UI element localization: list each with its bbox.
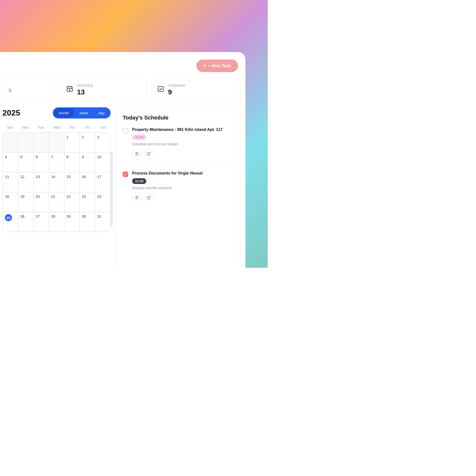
cal-cell[interactable]: 12 bbox=[18, 172, 33, 192]
new-task-button[interactable]: + + New Task bbox=[196, 60, 238, 72]
upcoming-info: Upcoming 13 bbox=[77, 83, 93, 96]
task-2-title: Process Documents for Virgie Hessel bbox=[132, 171, 231, 176]
cal-cell[interactable] bbox=[49, 133, 64, 152]
cal-cell[interactable]: 17 bbox=[95, 172, 110, 192]
cal-cell[interactable]: 15 bbox=[64, 172, 80, 192]
view-month-button[interactable]: month bbox=[54, 108, 74, 118]
cal-cell[interactable]: 5 bbox=[18, 152, 33, 172]
cal-cell[interactable]: 28 bbox=[49, 212, 64, 232]
cal-cell-today[interactable]: 25 bbox=[3, 212, 18, 232]
calendar-day-headers: Sun Mon Tue Wed Thu Fri Sat bbox=[2, 123, 111, 131]
task-2-description: Process and file contracts bbox=[132, 186, 231, 190]
completed-value: 9 bbox=[168, 88, 185, 96]
cal-cell[interactable]: 1 bbox=[64, 133, 80, 152]
new-task-label: + New Task bbox=[208, 63, 231, 68]
task-2-content: Process Documents for Virgie Hessel 11:3… bbox=[132, 171, 231, 202]
calendar-header: 2025 month week day bbox=[2, 107, 111, 119]
day-header-mon: Mon bbox=[18, 123, 33, 131]
cal-cell[interactable]: 21 bbox=[49, 192, 64, 212]
day-header-sun: Sun bbox=[2, 123, 18, 131]
schedule-section: Today's Schedule Property Maintenance - … bbox=[116, 107, 238, 268]
view-day-button[interactable]: day bbox=[94, 108, 110, 118]
task-1-content: Property Maintenance - 981 Kihn Island A… bbox=[132, 127, 231, 158]
upcoming-stat-card: Upcoming 13 bbox=[60, 78, 147, 101]
day-header-thu: Thu bbox=[64, 123, 80, 131]
main-content: 2025 month week day Sun Mon Tue Wed Thu … bbox=[2, 107, 238, 268]
cal-cell[interactable]: 20 bbox=[33, 192, 49, 212]
cal-cell[interactable]: 9 bbox=[80, 152, 95, 172]
cal-cell[interactable]: 24 bbox=[95, 192, 110, 212]
task-1-time-badge: 10:45 bbox=[132, 134, 146, 140]
upcoming-icon bbox=[66, 86, 73, 94]
completed-info: Completed 9 bbox=[168, 83, 185, 96]
svg-rect-4 bbox=[158, 86, 163, 91]
cal-cell[interactable]: 23 bbox=[80, 192, 95, 212]
task-2-delete-button[interactable] bbox=[132, 193, 142, 202]
completed-label: Completed bbox=[168, 83, 185, 87]
calendar-body: 1 2 3 4 5 6 7 8 9 10 11 12 13 14 15 bbox=[2, 132, 111, 232]
stats-row: g Upcoming 13 bbox=[2, 78, 238, 101]
task-1-delete-button[interactable] bbox=[132, 149, 142, 158]
cal-cell[interactable]: 13 bbox=[33, 172, 49, 192]
cal-cell[interactable]: 27 bbox=[33, 212, 49, 232]
completed-icon bbox=[157, 86, 164, 94]
upcoming-value: 13 bbox=[77, 88, 93, 96]
completed-stat-card: Completed 9 bbox=[151, 78, 238, 101]
task-2-actions bbox=[132, 193, 231, 202]
cal-cell[interactable]: 10 bbox=[95, 152, 110, 172]
task-item-2: Process Documents for Virgie Hessel 11:3… bbox=[123, 171, 231, 202]
day-header-tue: Tue bbox=[33, 123, 49, 131]
calendar-year: 2025 bbox=[2, 108, 20, 118]
task-1-description: Schedule and oversee repairs bbox=[132, 142, 231, 146]
day-header-sat: Sat bbox=[95, 123, 111, 131]
cal-cell[interactable]: 22 bbox=[64, 192, 80, 212]
view-toggle: month week day bbox=[53, 107, 111, 119]
calendar-section: 2025 month week day Sun Mon Tue Wed Thu … bbox=[2, 107, 111, 268]
task-2-checkbox[interactable] bbox=[123, 172, 128, 177]
cal-cell[interactable]: 11 bbox=[3, 172, 18, 192]
cal-cell[interactable]: 4 bbox=[3, 152, 18, 172]
cal-cell[interactable]: 29 bbox=[64, 212, 80, 232]
cal-cell[interactable]: 30 bbox=[80, 212, 95, 232]
cal-cell[interactable]: 6 bbox=[33, 152, 49, 172]
cal-cell[interactable]: 8 bbox=[64, 152, 80, 172]
cal-cell[interactable] bbox=[18, 133, 33, 152]
cal-cell[interactable] bbox=[33, 133, 49, 152]
task-1-checkbox[interactable] bbox=[123, 128, 128, 133]
schedule-title: Today's Schedule bbox=[123, 115, 231, 121]
app-card: + + New Task g Upcoming 13 bbox=[0, 52, 245, 268]
task-1-title: Property Maintenance - 981 Kihn Island A… bbox=[132, 127, 231, 132]
cal-cell[interactable]: 7 bbox=[49, 152, 64, 172]
task-1-actions bbox=[132, 149, 231, 158]
partial-stat-card: g bbox=[2, 78, 56, 101]
task-item-1: Property Maintenance - 981 Kihn Island A… bbox=[123, 127, 231, 165]
cal-cell[interactable]: 2 bbox=[80, 133, 95, 152]
cal-cell[interactable]: 3 bbox=[95, 133, 110, 152]
calendar-grid: Sun Mon Tue Wed Thu Fri Sat 1 bbox=[2, 123, 111, 232]
view-week-button[interactable]: week bbox=[75, 108, 93, 118]
plus-icon: + bbox=[203, 63, 206, 69]
upcoming-label: Upcoming bbox=[77, 83, 93, 87]
cal-cell[interactable]: 26 bbox=[18, 212, 33, 232]
task-2-time-badge: 11:30 bbox=[132, 178, 146, 184]
task-2-edit-button[interactable] bbox=[144, 193, 153, 202]
partial-label: g bbox=[9, 87, 11, 92]
cal-cell[interactable]: 14 bbox=[49, 172, 64, 192]
task-1-edit-button[interactable] bbox=[144, 149, 153, 158]
cal-cell[interactable]: 18 bbox=[3, 192, 18, 212]
scrollbar bbox=[111, 152, 113, 226]
cal-cell[interactable]: 19 bbox=[18, 192, 33, 212]
cal-cell[interactable] bbox=[3, 133, 18, 152]
day-header-fri: Fri bbox=[80, 123, 95, 131]
cal-cell[interactable]: 31 bbox=[95, 212, 110, 232]
cal-cell[interactable]: 16 bbox=[80, 172, 95, 192]
day-header-wed: Wed bbox=[49, 123, 64, 131]
header-row: + + New Task bbox=[2, 60, 238, 72]
